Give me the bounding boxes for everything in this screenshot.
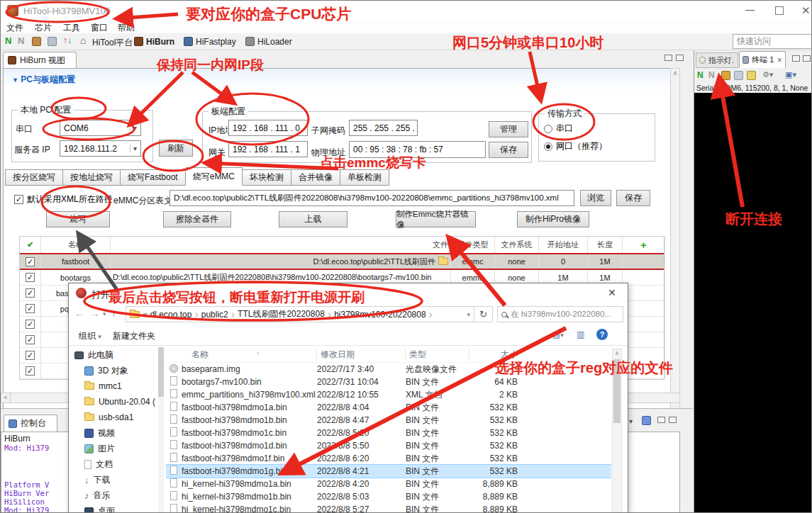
add-row-icon[interactable]: + bbox=[640, 239, 647, 251]
table-row-fastboot[interactable]: ✓ fastboot D:\dl.ecoo.top\public2\TTL线刷固… bbox=[20, 253, 664, 270]
browse-button[interactable]: 浏览 bbox=[580, 190, 611, 206]
row-checkbox[interactable]: ✓ bbox=[26, 335, 35, 344]
burn-button[interactable]: 烧写 bbox=[46, 211, 110, 227]
row-checkbox[interactable]: ✓ bbox=[26, 304, 35, 313]
dialog-close-icon[interactable]: ✕ bbox=[608, 287, 616, 298]
sidebar-item-ubuntu[interactable]: Ubuntu-20.04 ( bbox=[74, 394, 155, 410]
row-checkbox[interactable]: ✓ bbox=[26, 273, 35, 282]
minimize-icon[interactable]: — bbox=[745, 4, 755, 15]
tab-terminal-1[interactable]: 终端 1 ✕ bbox=[739, 51, 786, 68]
new-folder-button[interactable]: 新建文件夹 bbox=[113, 330, 155, 342]
file-row[interactable]: hi_kernel-hi3798mdmo1c.bin2022/8/8 5:27B… bbox=[166, 503, 611, 513]
menu-window[interactable]: 窗口 bbox=[91, 22, 108, 34]
hifastplay-icon[interactable] bbox=[184, 37, 193, 46]
col-length[interactable]: 长度 bbox=[588, 237, 623, 253]
sidebar-item-downloads[interactable]: ↓下载 bbox=[74, 472, 155, 487]
col-file-name[interactable]: 名称ˆ bbox=[182, 349, 317, 361]
file-row[interactable]: fastboot-hi3798mdmo1b.bin2022/8/8 4:47BI… bbox=[166, 414, 611, 427]
menu-help[interactable]: 帮助 bbox=[118, 22, 135, 34]
netmask-input[interactable]: 255 . 255 . 255 . 0 bbox=[349, 120, 418, 136]
menu-chip[interactable]: 芯片 bbox=[35, 22, 52, 34]
organize-button[interactable]: 组织 ▾ bbox=[79, 330, 101, 342]
console-maximize-icon[interactable] bbox=[669, 417, 677, 423]
console-minimize-icon[interactable] bbox=[657, 417, 665, 423]
file-row[interactable]: emmc_partitions_hi3798mv100.xml2022/8/12… bbox=[166, 388, 611, 401]
toolbar-hifastplay-button[interactable]: HiFastplay bbox=[196, 37, 236, 47]
file-row[interactable]: fastboot-hi3798mdmo1f.bin2022/8/8 6:20BI… bbox=[166, 452, 611, 465]
view-minimize-icon[interactable] bbox=[664, 55, 672, 61]
row-checkbox[interactable]: ✓ bbox=[26, 320, 35, 329]
upload-button[interactable]: 上载 bbox=[279, 211, 347, 227]
breadcrumb-dropdown-icon[interactable]: ▾ bbox=[467, 311, 470, 318]
row-checkbox[interactable]: ✓ bbox=[26, 351, 35, 360]
sidebar-item-videos[interactable]: 视频 bbox=[74, 425, 155, 441]
row-checkbox[interactable]: ✓ bbox=[26, 366, 35, 376]
forward-icon[interactable]: → bbox=[90, 308, 100, 319]
scroll-left-icon[interactable]: < bbox=[1, 393, 11, 402]
sidebar-item-pictures[interactable]: 图片 bbox=[74, 441, 155, 456]
file-row[interactable]: fastboot-hi3798mdmo1d.bin2022/8/8 5:50BI… bbox=[166, 439, 611, 452]
transfer-icon[interactable]: ↑↓ bbox=[63, 35, 72, 45]
make-emmc-image-button[interactable]: 制作Emmc烧片器镜像 bbox=[396, 211, 476, 227]
tools-dropdown-icon[interactable]: ⚙▾ bbox=[762, 70, 773, 79]
gateway-input[interactable]: 192 . 168 . 111 . 1 bbox=[228, 141, 308, 157]
row-checkbox[interactable]: ✓ bbox=[26, 257, 35, 266]
hiburn-chip-icon[interactable] bbox=[134, 37, 143, 46]
export-console-icon[interactable] bbox=[642, 416, 651, 425]
erase-all-button[interactable]: 擦除全器件 bbox=[163, 211, 231, 227]
browse-file-icon[interactable] bbox=[438, 258, 448, 265]
radio-serial[interactable]: 串口 bbox=[544, 123, 573, 135]
home-icon[interactable]: ⌂ bbox=[80, 35, 86, 46]
file-row[interactable]: hi_kernel-hi3798mdmo1a.bin2022/8/8 4:20B… bbox=[166, 478, 611, 490]
panel-maximize-icon[interactable] bbox=[803, 55, 811, 62]
file-row[interactable]: hi_kernel-hi3798mdmo1b.bin2022/8/8 5:03B… bbox=[166, 490, 611, 503]
breadcrumb-item[interactable]: TTL线刷固件20220808 bbox=[238, 308, 325, 320]
dialog-search-box[interactable]: 在 hi3798mv100-2022080... bbox=[497, 306, 623, 322]
disconnect-icon[interactable]: N bbox=[18, 35, 24, 46]
tab-badblock-check[interactable]: 坏块检测 bbox=[243, 169, 291, 186]
col-name[interactable]: 名称 bbox=[41, 237, 111, 253]
close-tab-icon[interactable]: ✕ bbox=[777, 57, 782, 64]
col-start[interactable]: 开始地址 bbox=[539, 237, 588, 253]
board-ip-input[interactable]: 192 . 168 . 111 . 0 bbox=[228, 120, 308, 136]
board-save-button[interactable]: 保存 bbox=[489, 142, 528, 158]
history-dropdown-icon[interactable]: ▾ bbox=[103, 310, 106, 317]
copy-icon[interactable] bbox=[734, 71, 743, 80]
lock-icon[interactable] bbox=[747, 71, 756, 80]
maximize-icon[interactable] bbox=[775, 6, 784, 15]
sidebar-item-desktop[interactable]: 桌面 bbox=[74, 503, 155, 513]
file-row-selected[interactable]: fastboot-hi3798mdmo1g.bin2022/8/8 4:21BI… bbox=[166, 465, 611, 478]
connect-icon[interactable]: N bbox=[5, 35, 11, 46]
breadcrumb-item[interactable]: dl.ecoo.top bbox=[150, 310, 192, 320]
refresh-button[interactable]: 刷新 bbox=[159, 140, 193, 157]
server-ip-select[interactable]: 192.168.111.2▾ bbox=[60, 140, 141, 157]
tab-burn-partition[interactable]: 按分区烧写 bbox=[5, 169, 63, 186]
xml-save-button[interactable]: 保存 bbox=[616, 190, 650, 206]
up-icon[interactable]: ↑ bbox=[111, 308, 116, 319]
terminal-disconnect-icon[interactable]: N bbox=[708, 70, 715, 80]
radio-network[interactable]: 网口（推荐） bbox=[544, 140, 607, 152]
package-icon[interactable] bbox=[32, 37, 41, 46]
make-hipro-image-button[interactable]: 制作HiPro镜像 bbox=[517, 211, 589, 227]
breadcrumb-item[interactable]: public2 bbox=[201, 310, 228, 320]
toolbar-hitool-button[interactable]: HiTool平台 bbox=[92, 37, 133, 49]
menu-file[interactable]: 文件 bbox=[6, 22, 23, 34]
console-menu-icon[interactable]: ▾ bbox=[629, 417, 633, 425]
sidebar-item-music[interactable]: ♪音乐 bbox=[74, 487, 155, 503]
tab-burn-fastboot[interactable]: 烧写Fastboot bbox=[121, 169, 186, 186]
panel-minimize-icon[interactable] bbox=[792, 55, 800, 62]
check-all-icon[interactable]: ✔ bbox=[27, 240, 33, 249]
hiloader-icon[interactable] bbox=[245, 37, 255, 46]
toolbar-hiloader-button[interactable]: HiLoader bbox=[257, 37, 292, 47]
quick-access-input[interactable]: 快速访问 bbox=[733, 34, 812, 49]
col-file[interactable]: 文件 bbox=[111, 237, 451, 253]
terminal-settings-icon[interactable] bbox=[721, 71, 730, 80]
file-row[interactable]: fastboot-hi3798mdmo1c.bin2022/8/8 5:20BI… bbox=[166, 427, 611, 439]
col-fs[interactable]: 文件系统 bbox=[495, 237, 539, 253]
help-icon[interactable]: ? bbox=[596, 329, 608, 340]
terminal-connect-icon[interactable]: N bbox=[697, 70, 703, 80]
file-row[interactable]: fastboot-hi3798mdmo1a.bin2022/8/8 4:04BI… bbox=[166, 401, 611, 414]
section-pc-board-config[interactable]: ▼ PC与板端配置 bbox=[12, 74, 75, 86]
menu-tools[interactable]: 工具 bbox=[63, 22, 80, 34]
sidebar-item-this-pc[interactable]: 此电脑 bbox=[74, 347, 155, 363]
